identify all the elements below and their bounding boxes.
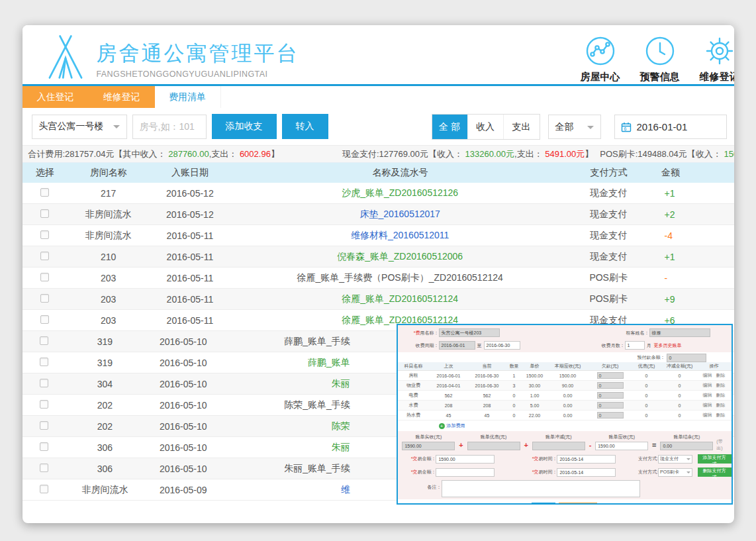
delete-link[interactable]: 删除 — [716, 393, 725, 397]
remark-textarea[interactable] — [442, 480, 640, 497]
tab-repair-register[interactable]: 维修登记 — [89, 86, 155, 108]
pay-method-select[interactable]: 现金支付 — [658, 455, 692, 464]
delete-link[interactable]: 删除 — [716, 383, 725, 387]
row-checkbox[interactable] — [40, 294, 49, 303]
row-room-name: 非房间流水 — [66, 484, 144, 496]
prepaid-label: 预付款余额： — [638, 355, 665, 360]
calc-field-input[interactable] — [532, 442, 585, 450]
nav-label: 维修登记 — [690, 71, 734, 83]
payment-action-button[interactable]: 添加支付方式 — [698, 454, 732, 464]
tab-fee-list[interactable]: 费用清单 — [155, 86, 221, 108]
row-checkbox[interactable] — [40, 379, 48, 387]
calc-field-input[interactable]: 1590.00 — [595, 442, 648, 450]
fee-unit-price: 22.00 — [522, 413, 547, 418]
row-checkbox[interactable] — [40, 230, 49, 239]
row-checkbox[interactable] — [40, 252, 49, 260]
row-name-link[interactable]: 薛鹏_账单_手续 — [284, 336, 350, 346]
edit-link[interactable]: 编辑 — [703, 413, 712, 417]
fee-owe-input[interactable]: 0 — [597, 372, 624, 379]
calc-field-input[interactable]: 1590.00 — [402, 442, 455, 450]
row-name-link[interactable]: 朱丽 — [332, 442, 350, 452]
toggle-all[interactable]: 全 部 — [432, 115, 468, 139]
row-name-link[interactable]: 床垫_20160512017 — [359, 209, 440, 219]
delete-link[interactable]: 删除 — [716, 403, 725, 407]
trade-time-input[interactable]: 2016-05-14 — [557, 455, 616, 464]
row-checkbox[interactable] — [40, 188, 49, 197]
row-name-link[interactable]: 倪春森_账单_ZD20160512006 — [337, 251, 463, 262]
save-button[interactable]: 保 存 — [532, 503, 555, 505]
row-checkbox[interactable] — [40, 464, 48, 472]
room-number-input[interactable] — [132, 115, 207, 139]
row-name-link[interactable]: 徐雁_账单_手续费（POS刷卡）_ZD20160512124 — [297, 272, 503, 283]
nav-item-house-center[interactable]: 房屋中心 — [571, 36, 630, 83]
row-checkbox[interactable] — [40, 358, 48, 366]
edit-link[interactable]: 编辑 — [703, 383, 712, 387]
trade-amount-input[interactable]: 1590.00 — [436, 455, 495, 464]
row-room-name: 306 — [66, 464, 144, 474]
payment-rows: *交易金额： 1590.00 *交易时间： 2016-05-14 支付方式: 现… — [398, 452, 732, 479]
nav-item-warning-info[interactable]: 预警信息 — [630, 36, 690, 83]
nav-item-repair-register[interactable]: 维修登记 — [690, 36, 734, 83]
row-name-link[interactable]: 薛鹏_账单 — [308, 357, 350, 368]
history-bills-link[interactable]: 更多历史账单 — [654, 342, 682, 349]
row-checkbox[interactable] — [40, 442, 48, 451]
row-checkbox[interactable] — [40, 315, 49, 324]
add-fee-link[interactable]: 添加费用 — [447, 422, 465, 429]
delete-link[interactable]: 删除 — [716, 413, 725, 417]
category-select[interactable]: 全部 — [548, 115, 601, 139]
row-amount: +2 — [648, 209, 734, 220]
back-to-fee-center-button[interactable]: 返回费用中心 — [559, 503, 597, 505]
row-entry-date: 2016-05-11 — [149, 230, 230, 241]
row-name-link[interactable]: 陈荣 — [332, 420, 350, 431]
page-title: 房舍通公寓管理平台 — [97, 40, 299, 68]
row-amount: -4 — [648, 230, 734, 241]
date-from-input[interactable]: 6 2016-01-01 — [614, 115, 727, 139]
row-room-name: 217 — [68, 188, 149, 199]
pay-method-select[interactable]: POS刷卡 — [658, 468, 692, 477]
building-select[interactable]: 头宫公寓一号楼 — [32, 115, 127, 139]
fee-name-input[interactable]: 头宫公寓一号楼203 — [439, 328, 500, 337]
row-name-link[interactable]: 维 — [341, 484, 350, 495]
row-name-link[interactable]: 陈荣_账单_手续 — [284, 399, 350, 410]
row-checkbox[interactable] — [40, 209, 49, 218]
edit-link[interactable]: 编辑 — [703, 373, 712, 377]
row-name-link[interactable]: 朱丽 — [332, 378, 350, 389]
add-income-expense-button[interactable]: 添加收支 — [212, 114, 277, 139]
row-checkbox[interactable] — [40, 485, 48, 493]
row-checkbox[interactable] — [40, 336, 48, 345]
row-checkbox[interactable] — [40, 421, 48, 430]
tab-checkin-register[interactable]: 入住登记 — [23, 86, 89, 108]
period-from-input[interactable]: 2016-06-01 — [439, 341, 475, 350]
transfer-in-button[interactable]: 转入 — [282, 114, 328, 139]
calc-field-input[interactable] — [467, 442, 520, 450]
tenant-name-input[interactable]: 徐雁 — [649, 328, 710, 337]
fee-owe-input[interactable]: 0 — [597, 382, 624, 389]
calc-field-label: 账单实收(元) — [416, 434, 442, 440]
row-checkbox[interactable] — [40, 273, 49, 281]
summary-text: POS刷卡:149488.04元【收入： — [600, 149, 722, 159]
trade-time-input[interactable]: 2016-05-14 — [557, 468, 616, 477]
fee-offset: 0 — [661, 393, 698, 398]
row-room-name: 203 — [68, 315, 149, 326]
fee-owe-input[interactable]: 0 — [597, 392, 624, 399]
fee-owe-input[interactable]: 0 — [597, 412, 624, 418]
prepaid-input[interactable]: 0 — [667, 354, 706, 362]
delete-link[interactable]: 删除 — [716, 373, 725, 377]
row-name-link[interactable]: 徐雁_账单_ZD20160512124 — [342, 293, 458, 304]
row-name-link[interactable]: 朱丽_账单_手续 — [284, 463, 350, 473]
toggle-income[interactable]: 收入 — [468, 115, 504, 139]
row-name-link[interactable]: 沙虎_账单_ZD20160512126 — [342, 187, 458, 198]
row-entry-date: 2016-05-11 — [149, 273, 230, 283]
calc-operator-icon: + — [459, 441, 463, 449]
calc-field-input[interactable]: 0.00 — [660, 442, 713, 450]
edit-link[interactable]: 编辑 — [703, 393, 712, 397]
row-checkbox[interactable] — [40, 400, 48, 409]
row-name-link[interactable]: 维修材料_20160512011 — [351, 230, 449, 240]
fee-owe-input[interactable]: 0 — [597, 402, 624, 409]
trade-amount-input[interactable] — [436, 468, 495, 477]
payment-action-button[interactable]: 删除支付方式 — [698, 467, 732, 477]
period-to-input[interactable]: 2016-06-30 — [484, 341, 520, 350]
edit-link[interactable]: 编辑 — [703, 403, 712, 407]
toggle-expense[interactable]: 支出 — [504, 115, 540, 139]
months-input[interactable]: 1 — [625, 341, 645, 350]
